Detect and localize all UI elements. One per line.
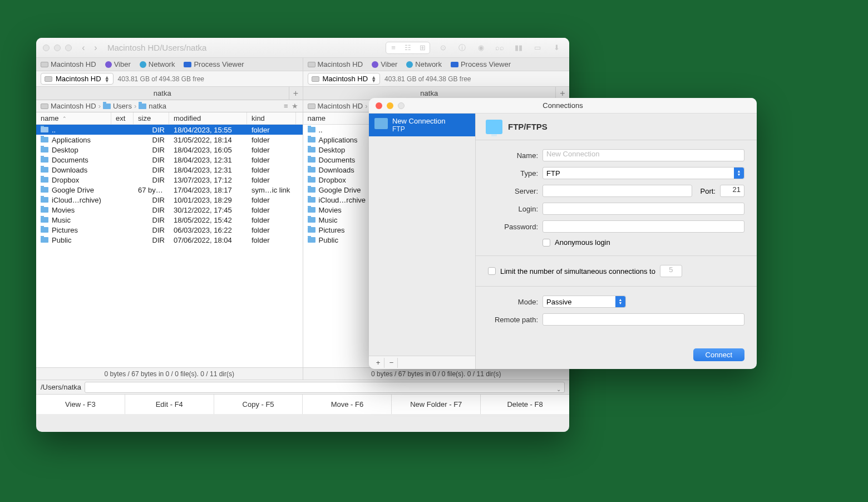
drive-selector-left[interactable]: Macintosh HD▲▼ [41, 73, 114, 85]
view-list-icon[interactable]: ≡ [386, 42, 401, 53]
remote-path-field[interactable] [542, 313, 744, 326]
col-kind[interactable]: kind [247, 112, 296, 124]
col-ext[interactable]: ext [111, 112, 134, 124]
connect-button[interactable]: Connect [693, 348, 744, 361]
nav-back[interactable]: ‹ [77, 42, 90, 54]
col-modified[interactable]: modified [169, 112, 247, 124]
fkey-new[interactable]: New Folder - F7 [392, 395, 481, 414]
mode-select[interactable]: Passive▲▼ [542, 296, 626, 308]
col-size[interactable]: size [134, 112, 169, 124]
drive-selector-right[interactable]: Macintosh HD▲▼ [308, 73, 381, 85]
tab-add-left[interactable]: + [289, 87, 303, 100]
crumb[interactable]: Macintosh HD [51, 102, 96, 110]
cmd-path: /Users/natka [41, 383, 81, 391]
connections-dialog: Connections New ConnectionFTP + − FTP/FT… [369, 98, 757, 369]
limit-checkbox[interactable] [488, 267, 496, 275]
connection-item[interactable]: New ConnectionFTP [369, 114, 475, 136]
info-icon[interactable]: ⓘ [456, 42, 468, 53]
list-icon[interactable]: ≡ [284, 102, 288, 110]
password-field[interactable] [542, 220, 744, 233]
limit-field[interactable]: 5 [660, 265, 682, 277]
binoculars-icon[interactable]: ⌕⌕ [494, 42, 506, 53]
server-field[interactable] [542, 185, 692, 197]
file-row[interactable]: DropboxDIR13/07/2023, 17:12folder [36, 175, 303, 185]
preview-icon[interactable]: ◉ [475, 42, 487, 53]
star-icon[interactable]: ★ [292, 102, 298, 110]
toggle-icon[interactable]: ⊙ [437, 42, 449, 53]
folder-icon[interactable]: ▭ [531, 42, 544, 53]
file-row[interactable]: DesktopDIR18/04/2023, 16:05folder [36, 145, 303, 155]
pane-left: nameextsizemodifiedkind ..DIR18/04/2023,… [36, 112, 303, 367]
status-right: 0 bytes / 67 bytes in 0 / 0 file(s). 0 /… [303, 368, 570, 380]
file-row[interactable]: DownloadsDIR18/04/2023, 12:31folder [36, 165, 303, 175]
status-left: 0 bytes / 67 bytes in 0 / 0 file(s). 0 /… [36, 368, 303, 380]
name-field[interactable]: New Connection [542, 149, 744, 161]
crumb[interactable]: Macintosh HD [318, 102, 363, 110]
file-row[interactable]: MoviesDIR30/12/2022, 17:45folder [36, 205, 303, 215]
view-grid-icon[interactable]: ⊞ [415, 42, 430, 53]
fkey-delete[interactable]: Delete - F8 [481, 395, 569, 414]
anonymous-checkbox[interactable] [542, 239, 550, 247]
port-field[interactable]: 21 [720, 185, 744, 197]
titlebar: ‹ › Macintosh HD/Users/natka ≡ ☷ ⊞ ⊙ ⓘ ◉… [36, 38, 569, 58]
favorite-network[interactable]: Network [406, 60, 442, 68]
window-path: Macintosh HD/Users/natka [107, 43, 206, 52]
file-row[interactable]: MusicDIR18/05/2022, 15:42folder [36, 215, 303, 225]
crumb[interactable]: Users [113, 102, 132, 110]
add-connection-button[interactable]: + [372, 358, 384, 368]
col-name[interactable]: name [36, 112, 111, 124]
fkey-copy[interactable]: Copy - F5 [214, 395, 303, 414]
favorite-viber[interactable]: Viber [105, 60, 131, 68]
view-columns-icon[interactable]: ☷ [401, 42, 415, 53]
file-row[interactable]: Google Drive67 bytes17/04/2023, 18:17sym… [36, 185, 303, 195]
file-row[interactable]: ..DIR18/04/2023, 15:55folder [36, 125, 303, 135]
close-icon[interactable] [376, 102, 382, 109]
ftp-icon [486, 120, 502, 134]
fkey-edit[interactable]: Edit - F4 [125, 395, 214, 414]
columns-icon[interactable]: ▮▮ [512, 42, 525, 53]
fkey-move[interactable]: Move - F6 [303, 395, 392, 414]
zoom-icon[interactable] [398, 102, 405, 109]
nav-forward[interactable]: › [90, 42, 102, 54]
traffic-lights[interactable] [43, 45, 72, 51]
file-row[interactable]: PicturesDIR06/03/2023, 16:22folder [36, 225, 303, 235]
favorite-network[interactable]: Network [140, 60, 175, 68]
favorite-viber[interactable]: Viber [372, 60, 397, 68]
type-select[interactable]: FTP▲▼ [542, 167, 744, 179]
file-row[interactable]: PublicDIR07/06/2022, 18:04folder [36, 235, 303, 245]
favorite-macintosh-hd[interactable]: Macintosh HD [41, 60, 96, 68]
dialog-title: Connections [542, 101, 583, 110]
cmd-input[interactable]: ⌄ [85, 382, 565, 393]
tab-left[interactable]: natka [36, 87, 289, 100]
connection-folder-icon [374, 118, 388, 129]
favorite-process-viewer[interactable]: Process Viewer [451, 60, 511, 68]
file-row[interactable]: DocumentsDIR18/04/2023, 12:31folder [36, 155, 303, 165]
favorite-macintosh-hd[interactable]: Macintosh HD [308, 60, 363, 68]
file-row[interactable]: ApplicationsDIR31/05/2022, 18:14folder [36, 135, 303, 145]
minimize-icon[interactable] [387, 102, 393, 109]
crumb[interactable]: natka [149, 102, 166, 110]
favorites-bar: Macintosh HDViberNetworkProcess Viewer M… [36, 58, 569, 71]
download-icon[interactable]: ⬇ [550, 42, 563, 53]
file-row[interactable]: iCloud…rchive)DIR10/01/2023, 18:29folder [36, 195, 303, 205]
remove-connection-button[interactable]: − [386, 358, 398, 368]
login-field[interactable] [542, 203, 744, 215]
fkey-view[interactable]: View - F3 [36, 395, 125, 414]
favorite-process-viewer[interactable]: Process Viewer [184, 60, 244, 68]
